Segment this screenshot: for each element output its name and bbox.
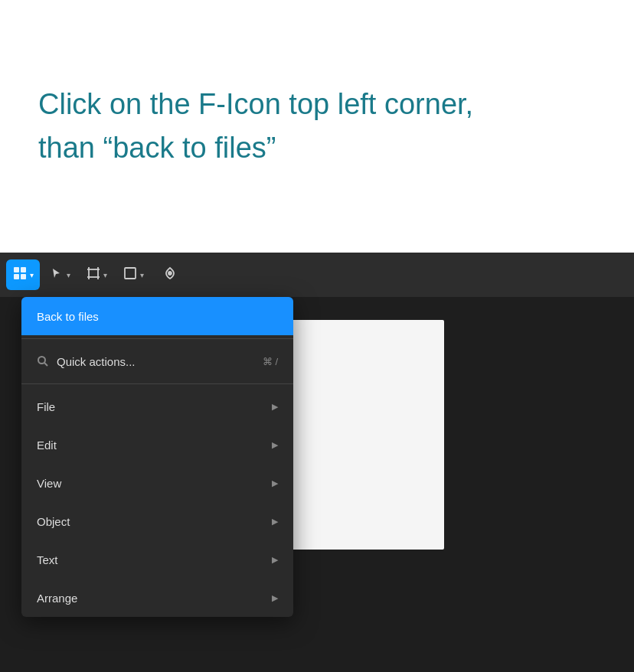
figma-icon-button[interactable]: ▾ [6,259,40,290]
move-tool-button[interactable]: ▾ [43,259,77,290]
edit-label: Edit [37,439,57,452]
frame-chevron: ▾ [103,271,107,279]
svg-rect-2 [14,274,19,279]
menu-item-edit[interactable]: Edit ▶ [21,426,293,464]
pen-tool-button[interactable] [153,259,187,290]
menu-item-view[interactable]: View ▶ [21,464,293,502]
move-tool-icon [49,266,64,285]
f-icon-chevron: ▾ [30,271,34,279]
menu-divider-2 [21,383,293,384]
callout-area: Click on the F-Icon top left corner, tha… [0,0,634,253]
svg-rect-8 [125,268,136,279]
callout-line-2: than “back to files” [38,132,276,164]
object-arrow-icon: ▶ [272,517,278,527]
back-to-files-label: Back to files [37,310,99,323]
menu-item-arrange[interactable]: Arrange ▶ [21,579,293,617]
pen-tool-icon [162,266,178,285]
text-arrow-icon: ▶ [272,555,278,565]
menu-divider-1 [21,338,293,339]
file-arrow-icon: ▶ [272,402,278,412]
toolbar: ▾ ▾ ▾ ▾ [0,253,634,297]
view-label: View [37,477,61,490]
shape-chevron: ▾ [140,271,144,279]
frame-tool-button[interactable]: ▾ [80,259,113,290]
menu-item-text[interactable]: Text ▶ [21,540,293,579]
menu-item-object[interactable]: Object ▶ [21,502,293,540]
menu-item-quick-actions[interactable]: Quick actions... ⌘ / [21,342,293,380]
figma-f-icon [12,266,28,285]
move-chevron: ▾ [67,271,70,279]
arrange-label: Arrange [37,592,77,605]
dropdown-menu: Back to files Quick actions... ⌘ / File … [21,297,293,617]
text-label: Text [37,553,58,566]
callout-text: Click on the F-Icon top left corner, tha… [38,83,473,170]
menu-item-file[interactable]: File ▶ [21,387,293,426]
svg-rect-0 [14,267,19,272]
svg-line-11 [44,363,47,366]
svg-rect-1 [21,267,26,272]
quick-actions-shortcut: ⌘ / [263,356,278,367]
search-icon [37,355,49,367]
view-arrow-icon: ▶ [272,478,278,488]
callout-line-1: Click on the F-Icon top left corner, [38,88,473,120]
shape-tool-icon [123,266,138,285]
object-label: Object [37,515,70,528]
file-label: File [37,400,55,413]
arrange-arrow-icon: ▶ [272,593,278,603]
svg-point-9 [168,272,172,275]
svg-point-10 [38,357,45,364]
quick-actions-label: Quick actions... [57,355,136,368]
svg-rect-3 [21,274,26,279]
menu-item-back-to-files[interactable]: Back to files [21,297,293,335]
shape-tool-button[interactable]: ▾ [116,259,150,290]
edit-arrow-icon: ▶ [272,440,278,450]
frame-tool-icon [86,266,101,285]
